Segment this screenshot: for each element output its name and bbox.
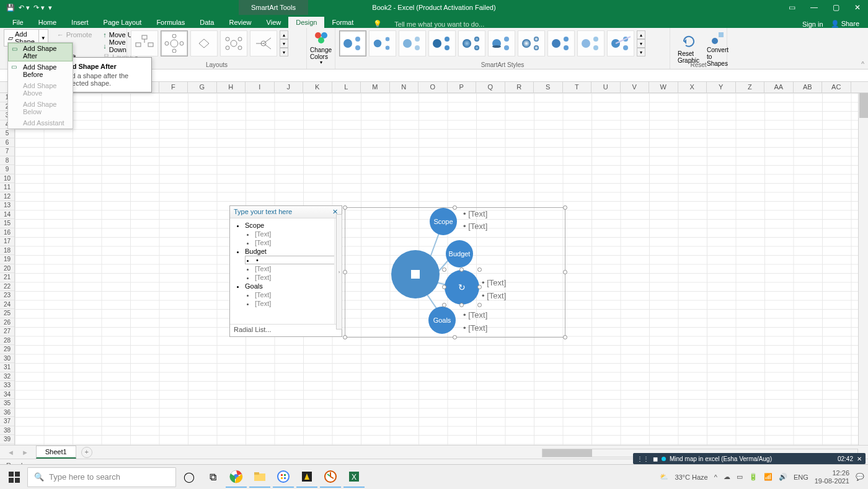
- new-shape-selected[interactable]: ↻: [445, 270, 479, 305]
- clock[interactable]: 12:26 19-08-2021: [815, 469, 849, 484]
- tellme-input[interactable]: Tell me what you want to do...: [394, 20, 484, 28]
- tab-data[interactable]: Data: [192, 17, 221, 28]
- row-header[interactable]: 39: [0, 435, 14, 444]
- column-header[interactable]: T: [563, 82, 592, 92]
- rotate-icon[interactable]: ↻: [458, 282, 466, 292]
- cortana-icon[interactable]: ◯: [179, 467, 200, 488]
- tp-item[interactable]: Scope: [245, 221, 337, 230]
- column-header[interactable]: L: [332, 82, 361, 92]
- budget-circle[interactable]: Budget: [446, 240, 473, 267]
- tab-insert[interactable]: Insert: [64, 17, 96, 28]
- column-header[interactable]: R: [505, 82, 534, 92]
- bullet-text[interactable]: [Text]: [463, 323, 487, 333]
- recording-bar[interactable]: ⋮⋮ ◼ Mind map in excel (Esha Verma/Aug) …: [633, 453, 866, 464]
- tab-view[interactable]: View: [259, 17, 289, 28]
- undo-icon[interactable]: ↶ ▾: [19, 4, 30, 12]
- scrollbar-thumb[interactable]: [859, 93, 868, 118]
- change-colors-button[interactable]: Change Colors ▾: [311, 29, 331, 67]
- row-header[interactable]: 32: [0, 372, 14, 382]
- row-header[interactable]: 5: [0, 129, 14, 138]
- volume-icon[interactable]: 🔊: [779, 473, 787, 481]
- column-header[interactable]: G: [188, 82, 217, 92]
- layout-option-5[interactable]: [250, 30, 277, 56]
- style-option-10[interactable]: [607, 30, 634, 56]
- row-header[interactable]: 16: [0, 228, 14, 238]
- styles-more-icon[interactable]: ▾: [637, 48, 645, 56]
- row-header[interactable]: 28: [0, 336, 14, 346]
- row-header[interactable]: 19: [0, 255, 14, 264]
- row-header[interactable]: 11: [0, 183, 14, 192]
- collapse-ribbon-icon[interactable]: ^: [861, 61, 864, 68]
- style-option-2[interactable]: [369, 30, 396, 56]
- row-header[interactable]: 34: [0, 390, 14, 400]
- tp-item[interactable]: Budget: [245, 247, 337, 256]
- weather-icon[interactable]: ⛅: [660, 473, 668, 481]
- onedrive-icon[interactable]: ☁: [724, 473, 730, 481]
- column-header[interactable]: H: [217, 82, 246, 92]
- tp-item[interactable]: [Text]: [255, 238, 337, 247]
- row-header[interactable]: 10: [0, 174, 14, 184]
- minimize-icon[interactable]: —: [810, 3, 818, 12]
- column-header[interactable]: P: [448, 82, 477, 92]
- row-header[interactable]: 20: [0, 264, 14, 274]
- resize-handle[interactable]: [442, 285, 446, 289]
- layout-option-1[interactable]: [131, 30, 158, 56]
- bullet-text[interactable]: [Text]: [463, 209, 487, 218]
- column-header[interactable]: N: [390, 82, 419, 92]
- row-header[interactable]: 27: [0, 327, 14, 336]
- hub-circle[interactable]: [391, 250, 440, 298]
- notifications-icon[interactable]: 💬: [856, 473, 864, 481]
- layout-option-4[interactable]: [220, 30, 247, 56]
- style-option-6[interactable]: [488, 30, 515, 56]
- styles-down-icon[interactable]: ▾: [637, 39, 645, 48]
- column-header[interactable]: V: [621, 82, 650, 92]
- wifi-icon[interactable]: 📶: [764, 473, 773, 481]
- style-option-5[interactable]: [458, 30, 485, 56]
- resize-handle[interactable]: [442, 267, 446, 272]
- row-header[interactable]: 38: [0, 426, 14, 436]
- redo-icon[interactable]: ↷ ▾: [33, 4, 45, 12]
- tab-page-layout[interactable]: Page Layout: [96, 17, 149, 28]
- row-header[interactable]: 29: [0, 345, 14, 354]
- recording-close-icon[interactable]: ✕: [857, 455, 862, 462]
- smartart-graphic[interactable]: Scope Budget Goals ↻ [Text] [Text]: [345, 207, 565, 338]
- row-header[interactable]: 14: [0, 210, 14, 220]
- tp-item[interactable]: [Text]: [255, 290, 337, 299]
- resize-handle[interactable]: [459, 267, 464, 272]
- column-header[interactable]: U: [591, 82, 621, 92]
- meet-now-icon[interactable]: ▭: [737, 473, 743, 481]
- row-header[interactable]: 13: [0, 201, 14, 210]
- column-header[interactable]: W: [649, 82, 678, 92]
- sheet-nav-next[interactable]: ►: [18, 449, 32, 456]
- column-header[interactable]: X: [678, 82, 707, 92]
- textpane-toggle[interactable]: ›: [336, 214, 342, 330]
- file-explorer-icon[interactable]: [249, 467, 270, 488]
- close-icon[interactable]: ✕: [854, 3, 861, 12]
- battery-icon[interactable]: 🔋: [749, 473, 758, 481]
- resize-handle[interactable]: [477, 285, 482, 289]
- resize-handle[interactable]: [477, 267, 482, 272]
- column-header[interactable]: Q: [476, 82, 505, 92]
- tp-item-selected[interactable]: •: [245, 256, 337, 264]
- row-header[interactable]: 37: [0, 417, 14, 426]
- share-button[interactable]: 👤 Share: [831, 20, 859, 28]
- column-header[interactable]: Y: [707, 82, 736, 92]
- style-option-7[interactable]: [518, 30, 545, 56]
- scope-circle[interactable]: Scope: [430, 208, 457, 235]
- cells-grid[interactable]: Type your text here ✕ Scope [Text] [Text…: [15, 93, 868, 445]
- app-icon-2[interactable]: [296, 467, 317, 488]
- row-header[interactable]: 21: [0, 273, 14, 282]
- gallery-more-icon[interactable]: ▾: [280, 48, 288, 56]
- column-header[interactable]: AB: [794, 82, 823, 92]
- save-icon[interactable]: 💾: [6, 4, 15, 12]
- style-option-4[interactable]: [428, 30, 456, 56]
- row-header[interactable]: 24: [0, 300, 14, 310]
- bullet-text[interactable]: [Text]: [463, 310, 487, 320]
- recording-grid-icon[interactable]: ⋮⋮: [637, 455, 649, 462]
- bullet-text[interactable]: [Text]: [482, 278, 506, 287]
- column-header[interactable]: K: [303, 82, 332, 92]
- start-button[interactable]: [4, 467, 25, 487]
- tab-formulas[interactable]: Formulas: [149, 17, 192, 28]
- scrollbar-thumb[interactable]: [542, 449, 592, 457]
- maximize-icon[interactable]: ▢: [833, 3, 839, 12]
